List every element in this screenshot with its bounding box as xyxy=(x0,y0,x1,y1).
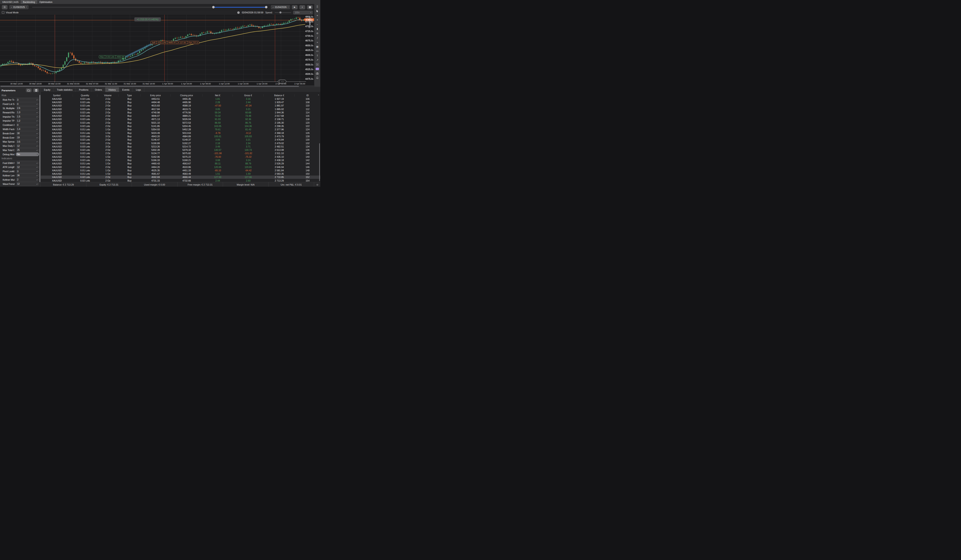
start-date-field[interactable]: ▴▾ 01/09/2025 ▾ xyxy=(10,5,29,9)
parameters-scrollbar[interactable] xyxy=(39,95,40,182)
table-row[interactable]: XAUUSD0.01 Lots1 OzBuy4581.674583.491.51… xyxy=(41,172,320,175)
tab-symbol-timeframe[interactable]: XAUUSD | m15 xyxy=(0,0,21,4)
parameter-input[interactable]: 3.5▴▾ xyxy=(16,140,39,144)
stepper-icon[interactable]: ▴▾ xyxy=(36,167,38,167)
measure-icon[interactable]: − xyxy=(316,23,319,26)
table-row[interactable]: XAUUSD0.02 Lots2 OzBuy4740.984776.5659.3… xyxy=(41,111,320,114)
table-row[interactable]: XAUUSD0.02 Lots2 OzBuy5134.775075.82-101… xyxy=(41,152,320,155)
stepper-icon[interactable]: ▴▾ xyxy=(36,163,38,164)
status-settings-button[interactable] xyxy=(314,183,320,186)
save-parameters-button[interactable] xyxy=(33,88,39,92)
parameter-input[interactable]: 0▴▾ xyxy=(16,123,39,127)
column-header[interactable]: Entry price xyxy=(141,94,170,97)
stop-button[interactable]: ■ xyxy=(299,5,305,10)
results-tab-equity[interactable]: Equity xyxy=(41,87,54,92)
stepper-icon[interactable]: ▴▾ xyxy=(36,120,38,121)
parameter-input[interactable]: 12▴▾ xyxy=(16,144,39,148)
end-date-field[interactable]: ▴▾ 01/04/2026 ▾ xyxy=(271,5,290,9)
column-header[interactable]: Gross € xyxy=(233,94,264,97)
stepper-icon[interactable]: ▴▾ xyxy=(36,171,38,172)
parameter-input[interactable]: 2▴▾ xyxy=(16,178,39,181)
stepper-icon[interactable]: ▴▾ xyxy=(36,146,38,146)
parameter-input[interactable]: 1.4▴▾ xyxy=(16,127,39,131)
crosshair-icon[interactable]: + xyxy=(316,14,319,17)
stepper-icon[interactable]: ▴▾ xyxy=(36,108,38,109)
bell-icon[interactable] xyxy=(316,76,319,79)
chart-scrollbar-thumb[interactable] xyxy=(0,86,299,87)
parameter-input[interactable]: 1.5▴▾ xyxy=(16,115,39,119)
stepper-icon[interactable]: ▴▾ xyxy=(36,112,38,113)
results-tab-logs[interactable]: Logs xyxy=(133,87,145,92)
sell-trade-badge[interactable]: Sell0.02 Lots4666.44€ 127.66Pips 737.5 xyxy=(151,41,199,44)
table-row[interactable]: XAUUSD0.02 Lots2 OzBuy4453.514455.351.81… xyxy=(41,97,320,101)
tab-backtesting[interactable]: Backtesting xyxy=(21,0,37,4)
table-row[interactable]: XAUUSD0.02 Lots2 OzBuy5021.105072.5386.5… xyxy=(41,121,320,124)
parameter-input[interactable]: 36▴▾ xyxy=(16,173,39,177)
table-row[interactable]: XAUUSD0.02 Lots2 OzBuy4617.844619.713.05… xyxy=(41,108,320,111)
stepper-icon[interactable]: ▴▾ xyxy=(36,179,38,180)
parameter-input[interactable]: 12▴▾ xyxy=(16,182,39,186)
projection-icon[interactable]: ↗ xyxy=(316,59,319,61)
parameter-input[interactable]: 30▴▾ xyxy=(16,132,39,135)
column-header[interactable]: Net € xyxy=(203,94,233,97)
table-row[interactable]: XAUUSD0.03 Lots3 OzBuy4943.204984.89105.… xyxy=(41,135,320,138)
table-row[interactable]: XAUUSD0.01 Lots1 OzBuy4460.434563.6788.1… xyxy=(41,162,320,165)
column-header[interactable]: Balance € xyxy=(264,94,295,97)
cursor-icon[interactable] xyxy=(316,10,319,13)
parameter-input[interactable]: 12▴▾ xyxy=(16,165,39,169)
grid-icon[interactable]: ▦ xyxy=(316,45,319,48)
candle-style-icon[interactable]: ▮ xyxy=(316,27,319,30)
chart-scrollbar[interactable] xyxy=(0,85,320,87)
candlestick-canvas[interactable] xyxy=(0,15,306,82)
buy-trade-badge[interactable]: Buy0.02 Lots4592.69 xyxy=(99,55,125,58)
settings-button[interactable] xyxy=(2,5,8,10)
stepper-icon[interactable]: ▴▾ xyxy=(36,133,38,134)
stepper-icon[interactable]: ▴▾ xyxy=(36,150,38,151)
load-parameters-button[interactable] xyxy=(26,88,32,92)
sort-caret-icon[interactable]: ^ xyxy=(318,94,319,96)
results-tab-events[interactable]: Events xyxy=(119,87,133,92)
stepper-icon[interactable]: ▴▾ xyxy=(36,116,38,117)
table-row[interactable]: XAUUSD0.02 Lots2 OzBuy4846.074889.2173.3… xyxy=(41,114,320,117)
range-slider-handle-right[interactable] xyxy=(265,6,268,8)
parameter-input[interactable]: No▾ xyxy=(16,152,39,156)
results-tab-trade-statistics[interactable]: Trade statistics xyxy=(54,87,76,92)
price-chart[interactable]: 30 Mar 14:0030 Mar 18:0030 Mar 22:0031 M… xyxy=(0,15,320,85)
table-row[interactable]: XAUUSD0.01 Lots1 OzBuy5162.065075.22-76.… xyxy=(41,155,320,158)
table-row[interactable]: XAUUSD0.02 Lots2 OzBuy4971.135026.0491.0… xyxy=(41,118,320,121)
column-header[interactable]: Symbol xyxy=(41,94,73,97)
stepper-icon[interactable]: ▴▾ xyxy=(36,125,38,125)
indicators-icon[interactable]: ƒ xyxy=(316,36,319,39)
results-tab-history[interactable]: History xyxy=(105,87,119,92)
trendlines-icon[interactable]: ≈ xyxy=(316,41,319,44)
column-header[interactable]: Closing price xyxy=(170,94,203,97)
color-swatch-icon[interactable] xyxy=(316,67,319,71)
tab-optimisation[interactable]: Optimisation xyxy=(37,0,55,4)
table-row[interactable]: XAUUSD0.02 Lots2 OzBuy4592.694666.44127.… xyxy=(41,175,320,179)
table-row[interactable]: XAUUSD0.02 Lots2 OzBuy4494.484495.902.28… xyxy=(41,101,320,104)
table-row[interactable]: XAUUSD0.02 Lots2 OzBuy5190.895192.272.18… xyxy=(41,141,320,145)
results-tab-positions[interactable]: Positions xyxy=(76,87,92,92)
parameter-input[interactable]: 2.6▴▾ xyxy=(16,106,39,110)
table-row[interactable]: XAUUSD0.01 Lots1 OzBuy5024.495013.63-9.7… xyxy=(41,131,320,135)
parameter-input[interactable]: 19▴▾ xyxy=(16,136,39,140)
table-row[interactable]: XAUUSD0.02 Lots2 OzBuy5146.475148.373.05… xyxy=(41,138,320,141)
eraser-icon[interactable]: ⊘ xyxy=(316,32,319,35)
column-header[interactable]: Type xyxy=(119,94,141,97)
stepper-icon[interactable]: ▴▾ xyxy=(36,175,38,176)
parameter-input[interactable]: 3▴▾ xyxy=(16,170,39,173)
camera-icon[interactable] xyxy=(316,72,319,75)
column-header[interactable]: Volume xyxy=(97,94,119,97)
stepper-icon[interactable]: ▴▾ xyxy=(36,129,38,130)
save-report-button[interactable] xyxy=(307,5,313,10)
table-row[interactable]: XAUUSD0.03 Lots3 OzBuy5213.265214.723.49… xyxy=(41,145,320,148)
parameter-input[interactable]: 1.2▴▾ xyxy=(16,119,39,123)
stepper-icon[interactable]: ▴▾ xyxy=(36,183,38,185)
table-row[interactable]: XAUUSD0.01 Lots1 OzBuy4525.354451.33-65.… xyxy=(41,168,320,172)
speed-slider[interactable] xyxy=(275,12,291,13)
date-stepper-icon[interactable]: ▴▾ xyxy=(11,7,12,8)
parameter-input[interactable]: 1.3▴▾ xyxy=(16,111,39,114)
arrow-up-icon[interactable]: ⇧ xyxy=(316,54,319,57)
parameter-input[interactable]: 3▴▾ xyxy=(16,98,39,102)
results-tab-orders[interactable]: Orders xyxy=(92,87,105,92)
